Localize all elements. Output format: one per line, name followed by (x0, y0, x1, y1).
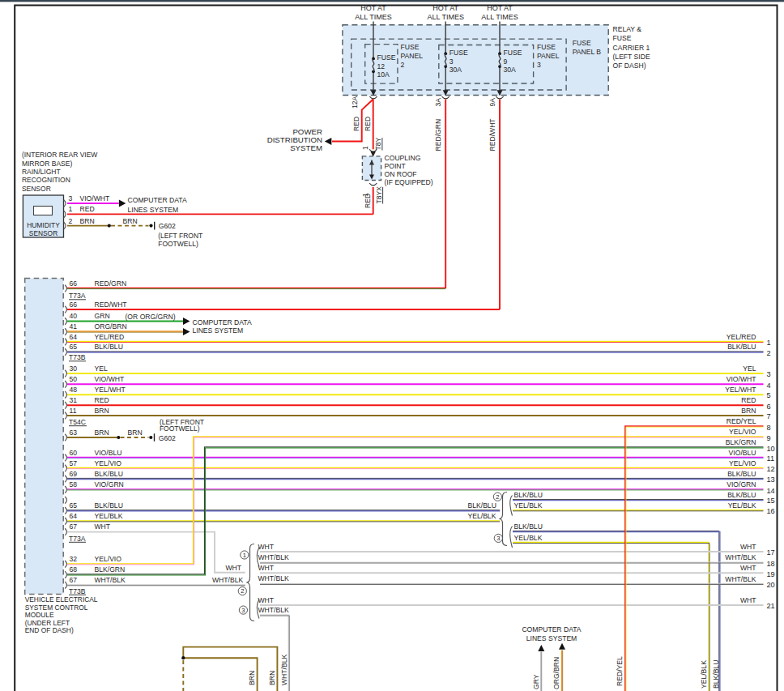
svg-text:BRN: BRN (80, 217, 95, 225)
svg-text:PANEL B: PANEL B (573, 48, 602, 56)
svg-text:1: 1 (69, 205, 73, 213)
svg-text:HOT AT: HOT AT (360, 4, 386, 12)
svg-text:WHT: WHT (740, 596, 756, 604)
svg-text:BLK/BLU: BLK/BLU (95, 343, 123, 351)
svg-text:RECOGNITION: RECOGNITION (22, 176, 70, 184)
svg-text:YEL/BLK: YEL/BLK (514, 534, 543, 542)
svg-text:10A: 10A (377, 70, 390, 79)
svg-text:SENSOR: SENSOR (22, 185, 51, 193)
svg-text:YEL/RED: YEL/RED (95, 333, 125, 341)
svg-text:WHT: WHT (740, 543, 756, 551)
svg-text:21: 21 (767, 602, 775, 610)
svg-text:GRY: GRY (532, 674, 540, 689)
svg-text:WHT/BLK: WHT/BLK (212, 576, 243, 584)
svg-text:POINT: POINT (385, 162, 407, 170)
svg-text:YEL/VIO: YEL/VIO (95, 459, 122, 467)
svg-text:BLK/BLU: BLK/BLU (727, 491, 756, 499)
svg-text:LINES SYSTEM: LINES SYSTEM (193, 326, 244, 335)
svg-text:15: 15 (767, 497, 775, 505)
svg-text:(INTERIOR REAR VIEW: (INTERIOR REAR VIEW (22, 151, 98, 159)
svg-text:VIO/GRN: VIO/GRN (95, 480, 124, 488)
svg-text:VIO/WHT: VIO/WHT (726, 375, 757, 383)
svg-text:30A: 30A (504, 66, 517, 74)
svg-text:YEL/WHT: YEL/WHT (95, 386, 126, 394)
svg-text:3A: 3A (434, 98, 442, 107)
svg-text:VIO/WHT: VIO/WHT (80, 194, 111, 203)
svg-text:BRN: BRN (123, 217, 138, 225)
svg-text:12: 12 (767, 465, 775, 473)
svg-text:12: 12 (377, 62, 386, 70)
svg-text:16: 16 (767, 507, 775, 515)
svg-text:(IF EQUIPPED): (IF EQUIPPED) (385, 178, 433, 186)
svg-text:YEL/BLK: YEL/BLK (95, 512, 123, 520)
svg-text:8: 8 (767, 424, 771, 432)
svg-text:WHT: WHT (95, 523, 111, 531)
svg-text:ORG/BRN: ORG/BRN (552, 657, 560, 689)
svg-text:YEL/BLK: YEL/BLK (514, 501, 543, 510)
svg-text:MODULE: MODULE (25, 611, 54, 619)
svg-text:MIRROR BASE): MIRROR BASE) (22, 160, 73, 168)
svg-text:3: 3 (496, 535, 500, 542)
svg-text:32: 32 (70, 555, 78, 563)
svg-text:HUMIDITY: HUMIDITY (27, 221, 60, 229)
svg-text:T8Y: T8Y (374, 137, 382, 150)
svg-text:VIO/WHT: VIO/WHT (95, 375, 126, 383)
svg-text:COMPUTER DATA: COMPUTER DATA (128, 196, 187, 204)
svg-text:(UNDER LEFT: (UNDER LEFT (25, 619, 70, 627)
svg-text:(LEFT SIDE: (LEFT SIDE (613, 53, 650, 61)
svg-text:18: 18 (767, 560, 775, 568)
svg-text:WHT: WHT (258, 543, 275, 551)
svg-text:BLK/BLU: BLK/BLU (727, 343, 756, 351)
svg-text:WHT/BLK: WHT/BLK (258, 606, 289, 614)
svg-text:9A: 9A (488, 98, 496, 107)
svg-text:58: 58 (70, 480, 78, 488)
svg-text:WHT/BLK: WHT/BLK (258, 553, 289, 561)
svg-text:RED/WHT: RED/WHT (488, 118, 496, 151)
svg-text:BRN: BRN (95, 429, 109, 437)
svg-text:SENSOR: SENSOR (29, 229, 58, 237)
svg-text:WHT/BLK: WHT/BLK (280, 655, 288, 685)
svg-text:YEL/VIO: YEL/VIO (729, 459, 756, 467)
svg-text:YEL/BLK: YEL/BLK (700, 660, 708, 689)
svg-text:3: 3 (537, 61, 541, 69)
svg-text:11: 11 (70, 407, 77, 415)
svg-text:G602: G602 (159, 434, 176, 442)
svg-text:64: 64 (70, 333, 78, 341)
svg-text:VIO/BLU: VIO/BLU (729, 449, 756, 457)
svg-text:31: 31 (70, 396, 78, 404)
svg-text:YEL/BLK: YEL/BLK (728, 501, 756, 510)
svg-text:T8YX: T8YX (375, 186, 383, 204)
svg-text:ON ROOF: ON ROOF (385, 170, 417, 178)
svg-text:SYSTEM: SYSTEM (290, 143, 322, 152)
svg-text:19: 19 (767, 570, 775, 578)
svg-text:BLK/BLU: BLK/BLU (712, 660, 720, 689)
svg-text:2: 2 (241, 587, 244, 595)
svg-text:CARRIER 1: CARRIER 1 (613, 44, 650, 52)
svg-text:GRN: GRN (95, 312, 110, 320)
svg-text:RED/WHT: RED/WHT (95, 301, 128, 309)
svg-text:66: 66 (70, 301, 78, 309)
svg-text:1: 1 (361, 146, 369, 150)
svg-text:ORG/BRN: ORG/BRN (95, 322, 127, 331)
svg-text:BRN: BRN (248, 671, 256, 685)
svg-text:BLK/BLU: BLK/BLU (95, 470, 123, 478)
svg-text:T73B: T73B (69, 353, 86, 361)
svg-text:2: 2 (69, 217, 73, 225)
svg-text:YEL/BLK: YEL/BLK (468, 512, 496, 520)
svg-text:1: 1 (243, 552, 246, 559)
svg-text:9: 9 (767, 434, 771, 442)
svg-text:OF DASH): OF DASH) (613, 62, 646, 70)
svg-text:RED: RED (364, 194, 372, 208)
svg-text:HOT AT: HOT AT (432, 4, 458, 12)
svg-text:BLK/BLU: BLK/BLU (468, 501, 496, 510)
svg-text:FUSE: FUSE (573, 39, 591, 47)
svg-text:WHT/BLK: WHT/BLK (725, 553, 756, 561)
svg-text:65: 65 (70, 343, 78, 351)
svg-text:HOT AT: HOT AT (487, 4, 513, 12)
svg-text:VEHICLE ELECTRICAL: VEHICLE ELECTRICAL (25, 595, 98, 604)
svg-text:6: 6 (767, 403, 771, 411)
svg-text:FUSE: FUSE (450, 49, 468, 57)
svg-text:11: 11 (767, 454, 775, 463)
svg-text:RED: RED (364, 117, 372, 131)
svg-text:5: 5 (767, 391, 771, 399)
